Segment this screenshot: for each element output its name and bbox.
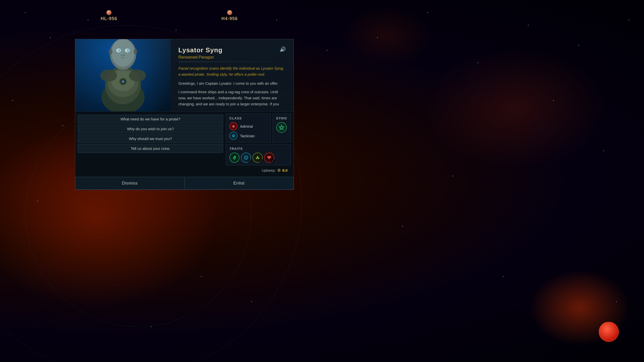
ethic-section: Ethic bbox=[272, 114, 291, 143]
class-item-admiral: ★ Admiral bbox=[229, 122, 267, 130]
ethic-icon bbox=[276, 122, 287, 133]
traits-section-title: Traits bbox=[229, 147, 287, 151]
choice-button-3[interactable]: Why should we trust you? bbox=[78, 134, 223, 143]
trait-icon-3: 1 bbox=[253, 153, 263, 163]
svg-point-14 bbox=[123, 55, 125, 56]
planet-marker-hl956[interactable]: HL-956 bbox=[101, 10, 117, 21]
dialog-footer: Dismiss Enlist bbox=[75, 177, 294, 190]
trait-num-4: 1 bbox=[271, 159, 274, 163]
planet-dot-h4956 bbox=[227, 10, 232, 15]
admiral-label: Admiral bbox=[240, 124, 253, 128]
upkeep-label: Upkeep: bbox=[262, 168, 276, 172]
admiral-icon: ★ bbox=[229, 122, 237, 130]
trait-num-3: 1 bbox=[259, 159, 263, 163]
ethic-section-title: Ethic bbox=[276, 116, 287, 120]
choices-area: What need do we have for a pirate? Why d… bbox=[78, 114, 223, 175]
svg-point-5 bbox=[129, 70, 146, 82]
svg-point-11 bbox=[118, 49, 120, 52]
trait-icon-4: 1 bbox=[264, 153, 274, 163]
svg-point-20 bbox=[134, 49, 137, 55]
class-item-tactician: ⚙ Tactician bbox=[229, 132, 267, 140]
svg-point-28 bbox=[257, 157, 258, 158]
class-ethic-panels: Class ★ Admiral ⚙ Tactician bbox=[226, 114, 291, 143]
dialogue-highlight: Facial recognition scans identify the in… bbox=[178, 65, 286, 77]
content-area: 🔊 Lysator Syng Renowned Paragon Facial r… bbox=[171, 39, 294, 111]
choice-button-1[interactable]: What need do we have for a pirate? bbox=[78, 115, 223, 123]
choices-empty bbox=[78, 154, 223, 169]
portrait-area bbox=[75, 39, 171, 111]
planet-marker-h4956[interactable]: H4-956 bbox=[221, 10, 238, 21]
dialog-bottom: What need do we have for a pirate? Why d… bbox=[75, 111, 294, 190]
choice-button-4[interactable]: Tell us about your crew. bbox=[78, 144, 223, 153]
ethic-symbol bbox=[278, 124, 285, 130]
upkeep-value: 8.0 bbox=[282, 168, 288, 172]
enlist-button[interactable]: Enlist bbox=[184, 177, 294, 190]
upkeep-icon: ⚙ bbox=[277, 168, 281, 173]
red-planet bbox=[599, 322, 619, 342]
svg-point-15 bbox=[122, 57, 124, 58]
trait-icons: 1 1 bbox=[229, 153, 287, 163]
svg-point-27 bbox=[258, 158, 259, 159]
tactician-icon: ⚙ bbox=[229, 132, 237, 140]
dialog-top: 🔊 Lysator Syng Renowned Paragon Facial r… bbox=[75, 39, 294, 111]
planet-label-h4956: H4-956 bbox=[221, 16, 238, 21]
class-items: ★ Admiral ⚙ Tactician bbox=[229, 122, 267, 140]
dialogue-line2: I command three ships and a rag-tag crew… bbox=[178, 89, 286, 106]
svg-point-4 bbox=[100, 70, 117, 82]
trait-icon-1 bbox=[229, 153, 239, 163]
sound-button[interactable]: 🔊 bbox=[280, 46, 286, 52]
right-panel: Class ★ Admiral ⚙ Tactician bbox=[226, 114, 291, 175]
traits-section: Traits bbox=[226, 144, 291, 165]
character-name: Lysator Syng bbox=[178, 46, 286, 54]
class-section-title: Class bbox=[229, 116, 267, 120]
trait-icon-2: 1 bbox=[241, 153, 251, 163]
svg-point-13 bbox=[121, 55, 123, 56]
svg-marker-21 bbox=[279, 125, 284, 130]
svg-point-22 bbox=[280, 126, 283, 128]
content-divider bbox=[178, 62, 286, 62]
choice-button-2[interactable]: Why do you wish to join us? bbox=[78, 124, 223, 133]
dialogue-text: Facial recognition scans identify the in… bbox=[178, 65, 286, 106]
svg-point-26 bbox=[256, 158, 257, 159]
character-title: Renowned Paragon bbox=[178, 55, 286, 60]
choices-and-info: What need do we have for a pirate? Why d… bbox=[75, 112, 294, 177]
upkeep-row: Upkeep: ⚙ 8.0 bbox=[226, 167, 291, 175]
svg-point-19 bbox=[109, 49, 112, 55]
planet-label-hl956: HL-956 bbox=[101, 16, 117, 21]
character-dialog: 🔊 Lysator Syng Renowned Paragon Facial r… bbox=[75, 39, 294, 190]
tactician-label: Tactician bbox=[240, 134, 255, 138]
dismiss-button[interactable]: Dismiss bbox=[75, 177, 184, 190]
class-section: Class ★ Admiral ⚙ Tactician bbox=[226, 114, 271, 143]
svg-point-8 bbox=[111, 39, 134, 67]
character-portrait-svg bbox=[83, 39, 163, 111]
planet-dot-hl956 bbox=[106, 10, 111, 15]
svg-point-18 bbox=[122, 80, 124, 83]
svg-point-12 bbox=[126, 49, 129, 52]
trait-num-2: 1 bbox=[248, 159, 251, 163]
dialogue-line1: Greetings, I am Captain Lysator. I come … bbox=[178, 80, 286, 86]
